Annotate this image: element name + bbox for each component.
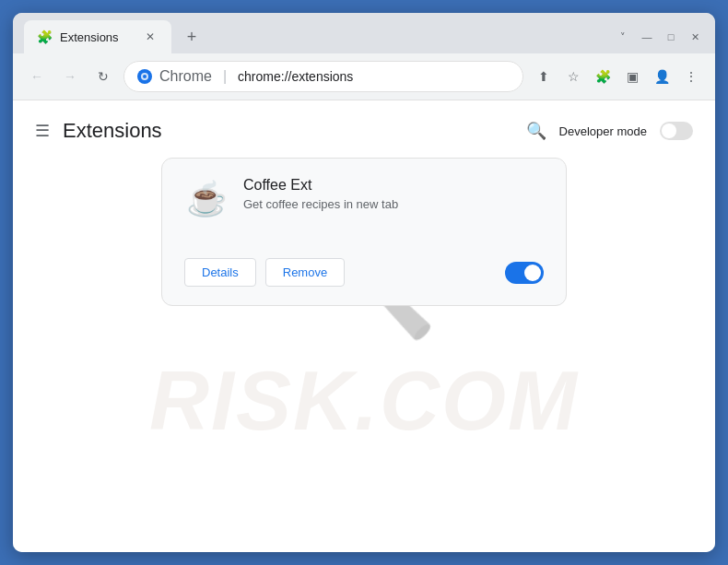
collapse-button[interactable]: ˅ xyxy=(614,28,632,46)
coffee-icon: ☕ xyxy=(186,180,228,218)
sidebar-button[interactable]: ▣ xyxy=(619,64,645,89)
share-button[interactable]: ⬆ xyxy=(531,64,557,89)
more-icon: ⋮ xyxy=(685,69,698,84)
extension-description: Get coffee recipes in new tab xyxy=(243,197,398,211)
new-tab-button[interactable]: + xyxy=(179,24,205,50)
sidebar-icon: ▣ xyxy=(627,69,639,84)
forward-button[interactable]: → xyxy=(57,64,83,89)
share-icon: ⬆ xyxy=(538,69,549,84)
extension-card-top: ☕ Coffee Ext Get coffee recipes in new t… xyxy=(184,177,544,221)
profile-icon: 👤 xyxy=(654,69,670,84)
remove-button[interactable]: Remove xyxy=(265,258,345,287)
header-actions: 🔍 Developer mode xyxy=(526,121,693,141)
tab-title: Extensions xyxy=(60,30,135,44)
page-content: 🔍 RISK.COM ☰ Extensions 🔍 Developer mode… xyxy=(13,100,715,552)
forward-icon: → xyxy=(64,69,76,84)
more-button[interactable]: ⋮ xyxy=(678,64,704,89)
extension-card: ☕ Coffee Ext Get coffee recipes in new t… xyxy=(161,158,567,306)
extension-info: Coffee Ext Get coffee recipes in new tab xyxy=(243,177,398,211)
extension-card-bottom: Details Remove xyxy=(184,258,544,287)
extensions-toolbar-icon: 🧩 xyxy=(595,69,611,84)
nav-actions: ⬆ ☆ 🧩 ▣ 👤 ⋮ xyxy=(531,64,704,89)
profile-button[interactable]: 👤 xyxy=(649,64,675,89)
tab-close-button[interactable]: ✕ xyxy=(142,29,159,45)
bookmark-icon: ☆ xyxy=(568,69,580,84)
title-bar: 🧩 Extensions ✕ + ˅ — □ ✕ xyxy=(13,13,715,53)
reload-icon: ↻ xyxy=(98,69,109,84)
extensions-header: ☰ Extensions 🔍 Developer mode xyxy=(13,100,715,158)
bookmark-button[interactable]: ☆ xyxy=(560,64,586,89)
minimize-button[interactable]: — xyxy=(638,28,656,46)
tab-extension-icon: 🧩 xyxy=(37,29,53,44)
back-icon: ← xyxy=(30,69,43,84)
extension-name: Coffee Ext xyxy=(243,177,398,194)
back-button[interactable]: ← xyxy=(24,64,50,89)
address-path: chrome://extensions xyxy=(238,69,353,84)
reload-button[interactable]: ↻ xyxy=(90,64,116,89)
close-button[interactable]: ✕ xyxy=(686,28,704,46)
address-scheme: Chrome xyxy=(159,68,212,85)
extension-logo: ☕ xyxy=(184,177,229,221)
site-icon xyxy=(137,69,152,84)
extension-enable-toggle[interactable] xyxy=(505,262,544,284)
developer-mode-toggle[interactable] xyxy=(660,122,693,140)
search-button[interactable]: 🔍 xyxy=(526,121,546,141)
svg-point-1 xyxy=(143,75,147,78)
details-button[interactable]: Details xyxy=(184,258,256,287)
extensions-toolbar-button[interactable]: 🧩 xyxy=(590,64,616,89)
watermark-text: RISK.COM xyxy=(149,354,579,449)
maximize-button[interactable]: □ xyxy=(662,28,680,46)
page-title: Extensions xyxy=(63,119,526,143)
address-separator: | xyxy=(223,68,227,85)
extension-card-container: ☕ Coffee Ext Get coffee recipes in new t… xyxy=(13,158,715,306)
extension-toggle-container xyxy=(505,262,544,284)
navigation-bar: ← → ↻ Chrome | chrome://extensions ⬆ ☆ 🧩 xyxy=(13,53,715,100)
address-bar[interactable]: Chrome | chrome://extensions xyxy=(123,61,523,92)
developer-mode-label: Developer mode xyxy=(559,124,647,138)
browser-window: 🧩 Extensions ✕ + ˅ — □ ✕ ← → ↻ Chrome | xyxy=(13,13,715,552)
window-controls: ˅ — □ ✕ xyxy=(614,28,704,53)
active-tab[interactable]: 🧩 Extensions ✕ xyxy=(24,20,171,53)
menu-icon[interactable]: ☰ xyxy=(35,121,50,141)
